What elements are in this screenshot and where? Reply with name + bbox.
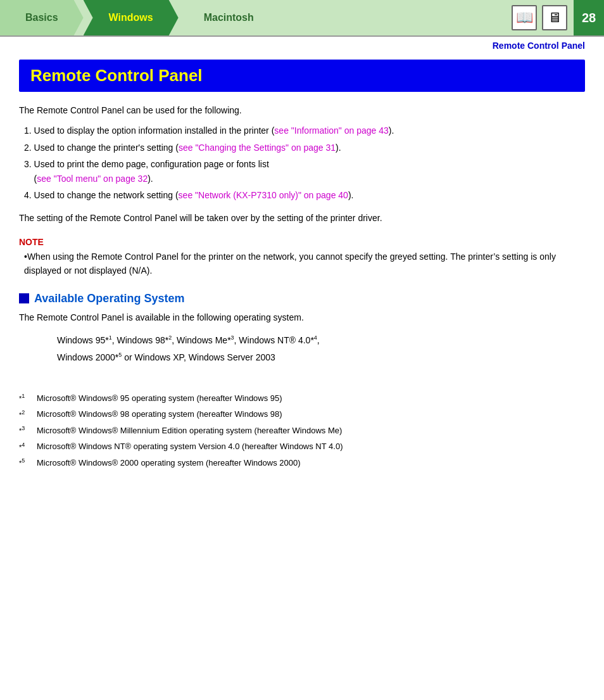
link-tool-menu[interactable]: see "Tool menu" on page 32 — [37, 174, 148, 184]
list-item-text: 4. Used to change the network setting (s… — [24, 190, 353, 200]
list-item: 3. Used to print the demo page, configur… — [24, 157, 585, 186]
os-line-2: Windows 2000*5 or Windows XP, Windows Se… — [57, 349, 585, 366]
link-settings[interactable]: see "Changing the Settings" on page 31 — [179, 143, 336, 153]
section-square-icon — [19, 293, 29, 303]
footnote-text-3: Microsoft® Windows® Millennium Edition o… — [37, 423, 342, 438]
tab-basics[interactable]: Basics — [0, 0, 84, 35]
footnotes: *1 Microsoft® Windows® 95 operating syst… — [19, 391, 585, 470]
list-item-text: 1. Used to display the option informatio… — [24, 125, 394, 136]
footnote-text-1: Microsoft® Windows® 95 operating system … — [37, 391, 282, 405]
numbered-list: 1. Used to display the option informatio… — [24, 124, 585, 202]
monitor-icon-button[interactable]: 🖥 — [542, 5, 567, 30]
list-item-text: 2. Used to change the printer's setting … — [24, 143, 341, 153]
available-os-heading: Available Operating System — [34, 292, 184, 305]
note-section: NOTE •When using the Remote Control Pane… — [19, 237, 585, 278]
footnote-marker-1: *1 — [19, 391, 37, 405]
os-line-1: Windows 95*1, Windows 98*2, Windows Me*3… — [57, 332, 585, 349]
tab-windows-label: Windows — [109, 12, 153, 23]
note-bullet-text: When using the Remote Control Panel for … — [24, 251, 556, 276]
footnote-marker-3: *3 — [19, 423, 37, 437]
note-label: NOTE — [19, 237, 585, 247]
footnote-text-2: Microsoft® Windows® 98 operating system … — [37, 407, 282, 421]
page-number-label: 28 — [582, 11, 596, 25]
os-list-block: Windows 95*1, Windows 98*2, Windows Me*3… — [57, 332, 585, 366]
note-bullet: •When using the Remote Control Panel for… — [24, 250, 585, 278]
list-item: 2. Used to change the printer's setting … — [24, 141, 585, 155]
sub-header: Remote Control Panel — [0, 37, 604, 53]
sub-header-text: Remote Control Panel — [493, 41, 585, 51]
nav-icons: 📖 🖥 — [505, 0, 574, 35]
list-item-text: 3. Used to print the demo page, configur… — [24, 159, 269, 183]
footnote-2: *2 Microsoft® Windows® 98 operating syst… — [19, 407, 585, 421]
available-os-intro: The Remote Control Panel is available in… — [19, 310, 585, 324]
footnote-1: *1 Microsoft® Windows® 95 operating syst… — [19, 391, 585, 405]
list-item: 4. Used to change the network setting (s… — [24, 188, 585, 202]
footnote-text-5: Microsoft® Windows® 2000 operating syste… — [37, 455, 301, 470]
setting-text: The setting of the Remote Control Panel … — [19, 211, 585, 225]
page-number: 28 — [574, 0, 604, 35]
list-item: 1. Used to display the option informatio… — [24, 124, 585, 137]
tab-macintosh[interactable]: Macintosh — [179, 0, 279, 35]
footnote-3: *3 Microsoft® Windows® Millennium Editio… — [19, 423, 585, 438]
nav-spacer — [279, 0, 505, 35]
footnote-marker-4: *4 — [19, 440, 37, 454]
tab-macintosh-label: Macintosh — [204, 12, 254, 23]
intro-text: The Remote Control Panel can be used for… — [19, 103, 585, 117]
link-network[interactable]: see "Network (KX-P7310 only)" on page 40 — [179, 190, 348, 200]
link-information[interactable]: see "Information" on page 43 — [274, 125, 388, 136]
main-content: Remote Control Panel The Remote Control … — [0, 53, 604, 490]
footnote-4: *4 Microsoft® Windows NT® operating syst… — [19, 439, 585, 454]
footnote-text-4: Microsoft® Windows NT® operating system … — [37, 439, 343, 454]
footnote-5: *5 Microsoft® Windows® 2000 operating sy… — [19, 455, 585, 470]
page-title-banner: Remote Control Panel — [19, 60, 585, 92]
book-icon-button[interactable]: 📖 — [512, 5, 537, 30]
tab-windows[interactable]: Windows — [84, 0, 179, 35]
available-os-section-heading: Available Operating System — [19, 292, 585, 305]
footnote-marker-5: *5 — [19, 455, 37, 469]
tab-basics-label: Basics — [25, 12, 58, 23]
nav-bar: Basics Windows Macintosh 📖 🖥 28 — [0, 0, 604, 37]
footnote-marker-2: *2 — [19, 407, 37, 421]
page-title: Remote Control Panel — [30, 66, 203, 85]
